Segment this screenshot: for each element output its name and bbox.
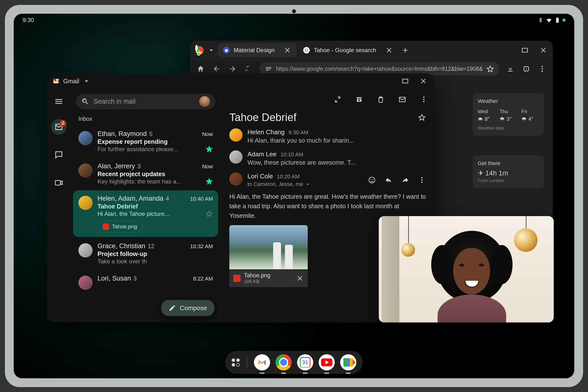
- app-launcher-icon[interactable]: [232, 358, 240, 366]
- message-row[interactable]: Helen Chang9:30 AMHi Alan, thank you so …: [229, 128, 426, 144]
- directions-duration: 14h 1m: [485, 169, 508, 177]
- weather-card[interactable]: Weather Wed🌧 8° Thu🌨 3° Fri🌨 4° Weather …: [473, 93, 544, 136]
- thread-sender: Ethan, Raymond: [98, 130, 147, 138]
- thread-count: 3: [138, 163, 141, 170]
- taskbar-chrome[interactable]: [276, 354, 292, 370]
- reload-icon[interactable]: [243, 64, 253, 74]
- weather-temp: 3°: [506, 116, 512, 122]
- emoji-icon[interactable]: [368, 176, 376, 184]
- weather-footer: Weather data: [478, 126, 539, 131]
- thread-subject: Tahoe Debrief: [229, 111, 413, 124]
- tablet-frame: 9:30 ◆ Material Design: [5, 5, 583, 387]
- tabs-count-icon[interactable]: 1: [521, 64, 532, 74]
- chevron-down-icon[interactable]: [82, 77, 90, 85]
- account-avatar[interactable]: [199, 96, 210, 107]
- thread-item[interactable]: Lori, Susan38:22 AM: [73, 270, 218, 294]
- taskbar-meet[interactable]: [340, 354, 356, 370]
- taskbar-youtube[interactable]: [319, 354, 335, 370]
- archive-icon[interactable]: [354, 94, 364, 105]
- weather-temp: 8°: [484, 116, 490, 122]
- svg-point-2: [542, 66, 543, 67]
- overflow-icon[interactable]: [537, 64, 547, 74]
- taskbar: 31: [226, 351, 363, 374]
- nav-chat[interactable]: [51, 147, 67, 163]
- thread-item[interactable]: Ethan, Raymond5Now Expense report pendin…: [73, 126, 218, 157]
- clock: 9:30: [22, 17, 34, 24]
- message-row[interactable]: Adam Lee10:10 AMWow, these picturese are…: [229, 150, 426, 166]
- reply-icon[interactable]: [385, 176, 392, 184]
- thread-preview: Take a look over th: [98, 258, 213, 265]
- overflow-icon[interactable]: [418, 176, 426, 184]
- compose-label: Compose: [180, 304, 207, 312]
- star-icon[interactable]: [418, 114, 426, 121]
- mark-unread-icon[interactable]: [397, 94, 408, 105]
- taskbar-gmail[interactable]: [254, 354, 270, 370]
- avatar: [78, 243, 92, 258]
- svg-point-10: [423, 101, 424, 102]
- window-control-button[interactable]: [520, 45, 530, 56]
- gmail-nav-rail: 2: [47, 89, 70, 322]
- search-icon: [81, 98, 89, 105]
- thread-attachment-chip[interactable]: Tahoe.png: [98, 221, 142, 232]
- overflow-icon[interactable]: [418, 94, 429, 105]
- star-icon[interactable]: [206, 210, 213, 217]
- video-background: [379, 216, 554, 322]
- thread-item[interactable]: Grace, Christian1210:32 AM Project follo…: [73, 238, 218, 269]
- attachment-name: Tahoe.png: [244, 272, 292, 279]
- plane-icon: ✈: [478, 169, 485, 177]
- forward-icon[interactable]: [401, 176, 409, 184]
- close-icon[interactable]: [385, 46, 393, 54]
- star-icon[interactable]: [206, 145, 213, 153]
- avatar: [229, 150, 242, 164]
- thread-item[interactable]: Helen, Adam, Amanda410:40 AM Tahoe Debri…: [73, 190, 218, 237]
- delete-icon[interactable]: [375, 94, 386, 105]
- nav-meet[interactable]: [51, 175, 67, 190]
- menu-icon[interactable]: [54, 96, 64, 107]
- weather-title: Weather: [478, 98, 539, 104]
- gmail-window: Gmail 2: [47, 74, 434, 322]
- attachment-card[interactable]: Tahoe.png106 KB: [229, 225, 308, 287]
- search-input[interactable]: Search in mail: [76, 94, 215, 109]
- directions-card[interactable]: Get there ✈ 14h 1m From London: [473, 155, 544, 188]
- avatar: [78, 276, 92, 290]
- weather-temp: 4°: [528, 116, 533, 122]
- message-row-expanded: Lori Cole10:20 AM to Cameron, Jesse, me: [229, 172, 426, 188]
- gmail-titlebar: Gmail: [47, 74, 434, 89]
- svg-point-11: [369, 177, 375, 183]
- tab-dropdown-icon[interactable]: [206, 45, 216, 56]
- expand-icon[interactable]: [332, 94, 343, 105]
- close-icon[interactable]: [284, 46, 291, 54]
- tab-label: Tahoe - Google sesarch: [314, 47, 376, 54]
- thread-subject: Recent project updates: [98, 170, 213, 178]
- chrome-menu-icon[interactable]: [194, 45, 205, 56]
- svg-point-8: [423, 96, 424, 98]
- thread-count: 3: [134, 275, 137, 282]
- bookmark-star-icon[interactable]: [486, 65, 494, 73]
- sender-name: Lori Cole: [248, 172, 273, 180]
- thread-subject: Tahoe Debrief: [98, 203, 213, 210]
- message-preview: Wow, these picturese are awesome. T...: [248, 159, 426, 166]
- image-file-icon: [233, 275, 240, 282]
- nav-mail[interactable]: 2: [51, 119, 67, 135]
- home-icon[interactable]: [196, 64, 206, 74]
- video-call-pip[interactable]: [379, 216, 554, 322]
- taskbar-calendar[interactable]: 31: [297, 354, 313, 370]
- screen: 9:30 ◆ Material Design: [14, 14, 574, 378]
- window-control-button[interactable]: [400, 76, 410, 86]
- download-icon[interactable]: [506, 64, 516, 74]
- chevron-down-icon[interactable]: [305, 182, 310, 187]
- message-body: Hi Alan, the Tahoe pictures are great. H…: [226, 188, 429, 220]
- thread-time: 10:40 AM: [190, 196, 213, 202]
- message-time: 9:30 AM: [288, 129, 308, 136]
- browser-tab-1[interactable]: G Tahoe - Google sesarch: [298, 43, 398, 57]
- compose-button[interactable]: Compose: [161, 300, 214, 316]
- window-close-button[interactable]: [418, 76, 429, 86]
- thread-item[interactable]: Alan, Jerrery3Now Recent project updates…: [73, 158, 218, 190]
- close-icon[interactable]: [296, 274, 304, 282]
- window-close-button[interactable]: [538, 45, 549, 56]
- browser-tab-0[interactable]: ◆ Material Design: [218, 43, 297, 57]
- star-icon[interactable]: [206, 178, 213, 185]
- back-icon[interactable]: [212, 64, 222, 74]
- forward-icon[interactable]: [227, 64, 238, 74]
- new-tab-button[interactable]: [399, 44, 411, 56]
